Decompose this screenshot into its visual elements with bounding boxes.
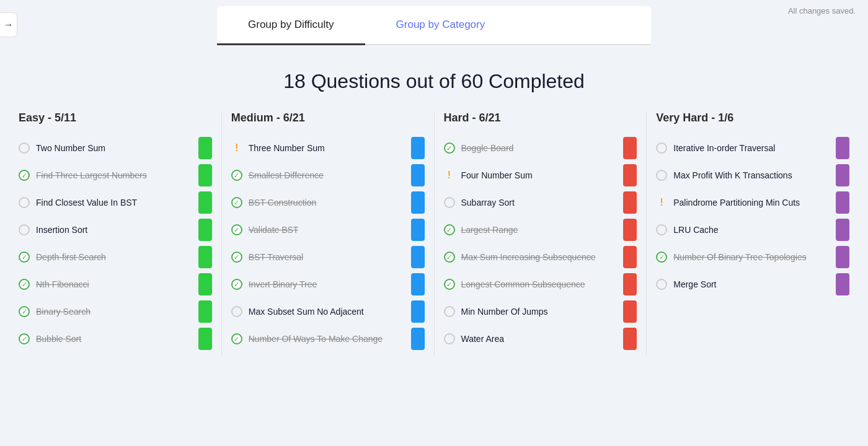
checkbox-unchecked[interactable] — [656, 224, 667, 235]
list-item[interactable]: Min Number Of Jumps — [444, 300, 637, 323]
difficulty-color-bar — [836, 164, 849, 186]
list-item[interactable]: Max Subset Sum No Adjacent — [231, 300, 425, 323]
difficulty-color-bar — [411, 219, 425, 241]
problem-name[interactable]: LRU Cache — [673, 225, 831, 235]
problem-name[interactable]: Water Area — [461, 334, 619, 344]
list-item[interactable]: Max Profit With K Transactions — [656, 164, 849, 186]
checkbox-checked[interactable] — [19, 333, 30, 344]
checkbox-checked[interactable] — [231, 279, 242, 290]
checkbox-unchecked[interactable] — [19, 224, 30, 235]
list-item[interactable]: Find Three Largest Numbers — [19, 164, 212, 186]
list-item[interactable]: !Four Number Sum — [444, 164, 637, 186]
checkbox-unchecked[interactable] — [656, 142, 667, 154]
difficulty-color-bar — [623, 273, 637, 295]
list-item[interactable]: BST Construction — [231, 191, 425, 214]
list-item[interactable]: Subarray Sort — [444, 191, 637, 214]
problem-name[interactable]: Palindrome Partitioning Min Cuts — [673, 198, 831, 208]
list-item[interactable]: Two Number Sum — [19, 137, 212, 159]
checkbox-unchecked[interactable] — [231, 306, 242, 317]
checkbox-unchecked[interactable] — [444, 306, 455, 317]
problem-name[interactable]: Find Three Largest Numbers — [36, 170, 193, 180]
problem-name[interactable]: Largest Range — [461, 225, 619, 235]
list-item[interactable]: Boggle Board — [444, 137, 637, 159]
list-item[interactable]: Largest Range — [444, 219, 637, 241]
column-hard: Hard - 6/21Boggle Board!Four Number SumS… — [438, 112, 644, 355]
list-item[interactable]: Insertion Sort — [19, 219, 212, 241]
problem-name[interactable]: Find Closest Value In BST — [36, 198, 193, 208]
problem-name[interactable]: Boggle Board — [461, 143, 619, 153]
list-item[interactable]: Binary Search — [19, 300, 212, 323]
difficulty-color-bar — [198, 164, 212, 186]
checkbox-checked[interactable] — [231, 224, 242, 235]
list-item[interactable]: Merge Sort — [656, 273, 849, 295]
problem-name[interactable]: Number Of Binary Tree Topologies — [673, 252, 831, 262]
checkbox-checked[interactable] — [19, 279, 30, 290]
tab-category[interactable]: Group by Category — [365, 6, 516, 45]
checkbox-checked[interactable] — [444, 279, 455, 290]
list-item[interactable]: Smallest Difference — [231, 164, 425, 186]
difficulty-color-bar — [198, 328, 212, 350]
list-item[interactable]: Number Of Binary Tree Topologies — [656, 246, 849, 268]
list-item[interactable]: LRU Cache — [656, 219, 849, 241]
checkbox-unchecked[interactable] — [656, 279, 667, 290]
checkbox-unchecked[interactable] — [444, 333, 455, 344]
problem-name[interactable]: BST Construction — [249, 198, 406, 208]
sidebar-toggle[interactable]: → — [0, 12, 17, 37]
checkbox-checked[interactable] — [231, 333, 242, 344]
checkbox-unchecked[interactable] — [19, 197, 30, 208]
problem-name[interactable]: Iterative In-order Traversal — [673, 143, 831, 153]
list-item[interactable]: BST Traversal — [231, 246, 425, 268]
problem-name[interactable]: Four Number Sum — [461, 170, 619, 180]
checkbox-checked[interactable] — [444, 224, 455, 235]
list-item[interactable]: Max Sum Increasing Subsequence — [444, 246, 637, 268]
list-item[interactable]: !Three Number Sum — [231, 137, 425, 159]
list-item[interactable]: Invert Binary Tree — [231, 273, 425, 295]
checkbox-checked[interactable] — [231, 251, 242, 263]
problem-name[interactable]: Binary Search — [36, 307, 193, 317]
problem-name[interactable]: Min Number Of Jumps — [461, 307, 619, 317]
checkbox-checked[interactable] — [656, 251, 667, 263]
checkbox-checked[interactable] — [444, 251, 455, 263]
list-item[interactable]: Depth-first Search — [19, 246, 212, 268]
list-item[interactable]: Iterative In-order Traversal — [656, 137, 849, 159]
problem-name[interactable]: Subarray Sort — [461, 198, 619, 208]
problem-name[interactable]: BST Traversal — [249, 252, 406, 262]
checkbox-checked[interactable] — [19, 251, 30, 263]
checkbox-checked[interactable] — [444, 142, 455, 154]
problem-name[interactable]: Max Profit With K Transactions — [673, 170, 831, 180]
problem-name[interactable]: Longest Common Subsequence — [461, 279, 619, 289]
list-item[interactable]: Validate BST — [231, 219, 425, 241]
problem-name[interactable]: Nth Fibonacci — [36, 279, 193, 289]
list-item[interactable]: Water Area — [444, 328, 637, 350]
problem-name[interactable]: Smallest Difference — [249, 170, 406, 180]
checkbox-checked[interactable] — [231, 197, 242, 208]
problem-name[interactable]: Depth-first Search — [36, 252, 193, 262]
list-item[interactable]: Nth Fibonacci — [19, 273, 212, 295]
checkbox-unchecked[interactable] — [19, 142, 30, 154]
problem-name[interactable]: Validate BST — [249, 225, 406, 235]
problem-name[interactable]: Two Number Sum — [36, 143, 193, 153]
problem-name[interactable]: Three Number Sum — [249, 143, 406, 153]
list-item[interactable]: !Palindrome Partitioning Min Cuts — [656, 191, 849, 214]
problem-name[interactable]: Number Of Ways To Make Change — [249, 334, 406, 344]
difficulty-color-bar — [198, 300, 212, 323]
problem-name[interactable]: Bubble Sort — [36, 334, 193, 344]
problem-name[interactable]: Max Sum Increasing Subsequence — [461, 252, 619, 262]
problem-name[interactable]: Merge Sort — [673, 279, 831, 289]
list-item[interactable]: Number Of Ways To Make Change — [231, 328, 425, 350]
tab-difficulty[interactable]: Group by Difficulty — [217, 6, 365, 45]
problem-name[interactable]: Max Subset Sum No Adjacent — [249, 307, 406, 317]
checkbox-unchecked[interactable] — [444, 197, 455, 208]
list-item[interactable]: Find Closest Value In BST — [19, 191, 212, 214]
checkbox-checked[interactable] — [19, 306, 30, 317]
checkbox-checked[interactable] — [19, 170, 30, 181]
column-header-medium: Medium - 6/21 — [231, 112, 425, 125]
list-item[interactable]: Longest Common Subsequence — [444, 273, 637, 295]
checkbox-checked[interactable] — [231, 170, 242, 181]
checkbox-unchecked[interactable] — [656, 170, 667, 181]
difficulty-color-bar — [623, 164, 637, 186]
problem-name[interactable]: Invert Binary Tree — [249, 279, 406, 289]
column-very-hard: Very Hard - 1/6Iterative In-order Traver… — [650, 112, 856, 355]
list-item[interactable]: Bubble Sort — [19, 328, 212, 350]
problem-name[interactable]: Insertion Sort — [36, 225, 193, 235]
